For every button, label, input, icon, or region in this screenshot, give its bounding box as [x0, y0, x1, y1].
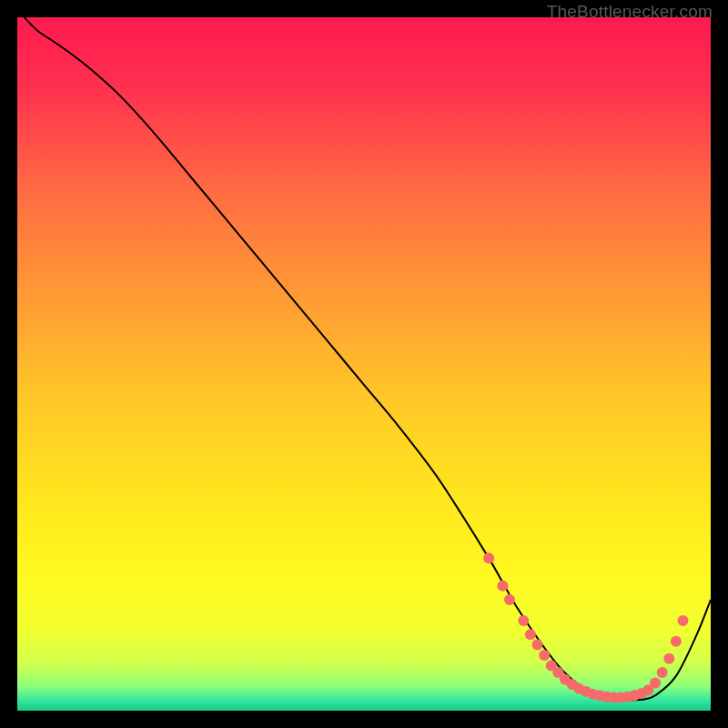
data-point [678, 615, 689, 626]
data-point [663, 653, 674, 664]
data-point [539, 650, 550, 661]
data-point [497, 581, 508, 592]
chart-svg [17, 17, 711, 711]
gradient-background [17, 17, 711, 711]
data-point [525, 629, 536, 640]
chart-frame: TheBottleneсker.com [17, 17, 711, 711]
plot-area: TheBottleneсker.com [17, 17, 711, 711]
data-point [657, 667, 668, 678]
data-point [650, 678, 661, 689]
data-point [518, 615, 529, 626]
data-point [504, 594, 515, 605]
data-point [532, 640, 543, 651]
data-point [671, 636, 682, 647]
data-point [483, 552, 494, 563]
